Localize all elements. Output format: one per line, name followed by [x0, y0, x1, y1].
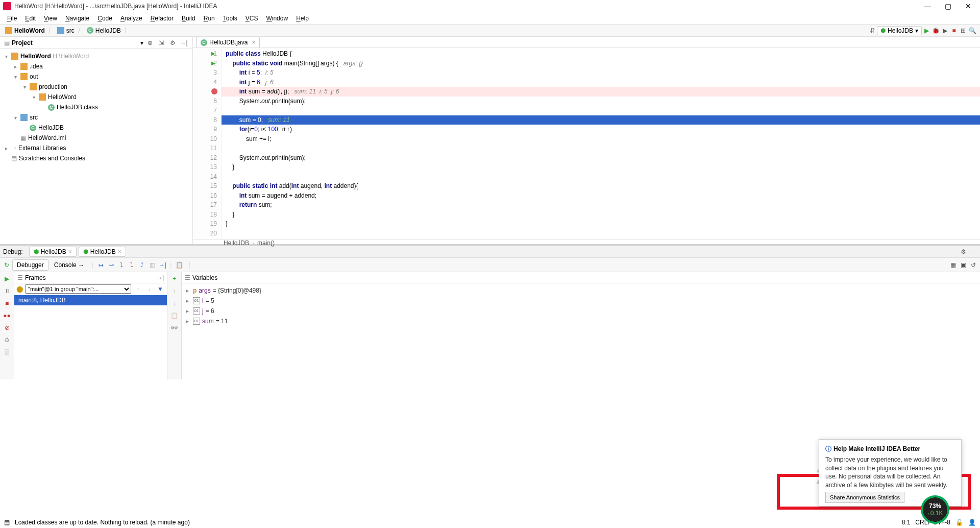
- mute-bp-button[interactable]: ⊘: [3, 323, 12, 332]
- gear-icon[interactable]: ⚙: [168, 38, 177, 47]
- view-bp-button[interactable]: ●●: [3, 311, 12, 320]
- tree-item[interactable]: ▦HelloWord.iml: [0, 133, 192, 143]
- rerun-button[interactable]: ↻: [2, 260, 11, 270]
- tree-item[interactable]: CHelloJDB: [0, 123, 192, 133]
- tree-item[interactable]: ▾HelloWord: [0, 92, 192, 102]
- tree-item[interactable]: ▸.idea: [0, 61, 192, 71]
- threads-icon[interactable]: ☰: [3, 348, 12, 357]
- tree-item[interactable]: ▾production: [0, 82, 192, 92]
- force-step-into-icon[interactable]: ⤵: [127, 260, 136, 270]
- tree-item[interactable]: ▾HelloWord H:\HelloWord: [0, 51, 192, 61]
- search-icon[interactable]: 🔍: [968, 26, 977, 35]
- status-bar: ▤ Loaded classes are up to date. Nothing…: [0, 516, 980, 528]
- variable-row[interactable]: ▸01 sum = 11: [186, 316, 976, 326]
- variable-row[interactable]: ▸p args = {String[0]@498}: [186, 285, 976, 296]
- coverage-button[interactable]: ▶: [940, 26, 949, 35]
- hide-icon[interactable]: —: [968, 247, 977, 256]
- breadcrumb-item[interactable]: HelloWord: [3, 27, 47, 34]
- watches-icon[interactable]: 👓: [170, 323, 179, 332]
- step-out-icon[interactable]: ⤴: [137, 260, 146, 270]
- next-frame-icon[interactable]: ↓: [144, 284, 154, 294]
- restore-frames-icon[interactable]: →|: [156, 274, 164, 281]
- filter-icon[interactable]: ▼: [156, 284, 165, 294]
- menu-build[interactable]: Build: [178, 13, 200, 23]
- frames-title: Frames: [25, 274, 46, 281]
- run-config-select[interactable]: ⬢ HelloJDB ▾: [877, 26, 922, 35]
- menu-run[interactable]: Run: [200, 13, 219, 23]
- menu-help[interactable]: Help: [292, 13, 313, 23]
- sync-icon[interactable]: ⇵: [868, 26, 877, 35]
- menu-vcs[interactable]: VCS: [241, 13, 262, 23]
- debug-session-tab[interactable]: ⬢HelloJDB×: [29, 247, 77, 257]
- add-watch-icon[interactable]: +: [170, 274, 179, 283]
- menu-refactor[interactable]: Refactor: [146, 13, 178, 23]
- locate-icon[interactable]: ⊕: [145, 38, 155, 47]
- caret-position[interactable]: 8:1: [902, 519, 911, 526]
- menu-analyze[interactable]: Analyze: [116, 13, 146, 23]
- tree-item[interactable]: ▸⊪External Libraries: [0, 143, 192, 153]
- layout-icon[interactable]: ▣: [959, 260, 968, 270]
- lock-icon[interactable]: 🔓: [955, 519, 963, 526]
- status-icon[interactable]: ▤: [4, 519, 10, 526]
- step-into-icon[interactable]: ⤵: [117, 260, 126, 270]
- evaluate-icon[interactable]: 📋: [175, 260, 184, 270]
- editor-breadcrumb: HelloJDB › main(): [193, 239, 980, 247]
- share-stats-button[interactable]: Share Anonymous Statistics: [825, 492, 904, 503]
- menu-edit[interactable]: Edit: [21, 13, 40, 23]
- menu-window[interactable]: Window: [262, 13, 292, 23]
- breadcrumb-item[interactable]: src: [55, 27, 77, 34]
- menu-tools[interactable]: Tools: [219, 13, 241, 23]
- nav-bar: HelloWord〉src〉CHelloJDB〉 ⇵ ⬢ HelloJDB ▾ …: [0, 25, 980, 37]
- drop-frame-icon[interactable]: ▥: [148, 260, 157, 270]
- stack-frame[interactable]: main:8, HelloJDB: [14, 295, 167, 305]
- minimize-button[interactable]: —: [921, 1, 934, 11]
- menu-view[interactable]: View: [40, 13, 61, 23]
- restore-icon[interactable]: ↺: [969, 260, 978, 270]
- hector-icon[interactable]: 👤: [968, 519, 976, 526]
- tree-item[interactable]: CHelloJDB.class: [0, 102, 192, 112]
- run-button[interactable]: ▶: [922, 26, 931, 35]
- gc-icon[interactable]: ♻: [3, 335, 12, 345]
- up-icon[interactable]: ↑: [170, 286, 179, 296]
- maximize-button[interactable]: ▢: [941, 1, 954, 11]
- tree-item[interactable]: ▾out: [0, 71, 192, 82]
- close-tab-icon[interactable]: ×: [252, 39, 255, 46]
- tree-item[interactable]: ▾src: [0, 112, 192, 123]
- prev-frame-icon[interactable]: ↑: [133, 284, 142, 294]
- copy-icon[interactable]: 📋: [170, 311, 179, 320]
- trace-icon[interactable]: ⋮: [185, 260, 194, 270]
- editor-tab[interactable]: C HelloJDB.java ×: [196, 37, 260, 47]
- collapse-icon[interactable]: ⇲: [157, 38, 166, 47]
- structure-icon[interactable]: ⊞: [959, 26, 968, 35]
- tree-item[interactable]: ▤Scratches and Consoles: [0, 153, 192, 163]
- console-tab[interactable]: Console →: [50, 259, 89, 271]
- stop-button[interactable]: ■: [949, 26, 959, 35]
- pause-button[interactable]: ⏸: [3, 286, 12, 296]
- gear-icon[interactable]: ⚙: [959, 247, 968, 256]
- stop-button[interactable]: ■: [3, 299, 12, 308]
- down-icon[interactable]: ↓: [170, 299, 179, 308]
- menu-navigate[interactable]: Navigate: [61, 13, 93, 23]
- vars-title: Variables: [192, 274, 217, 281]
- debug-button[interactable]: 🐞: [931, 26, 940, 35]
- title-bar: HelloWord [H:\HelloWord] - ...\src\Hello…: [0, 0, 980, 12]
- menu-file[interactable]: File: [3, 13, 21, 23]
- resume-button[interactable]: ▶: [3, 274, 12, 283]
- variable-row[interactable]: ▸01 i = 5: [186, 296, 976, 306]
- thread-select[interactable]: "main"@1 in group "main":...: [25, 284, 131, 294]
- step-over-icon[interactable]: ⤻: [107, 260, 116, 270]
- editor-area[interactable]: 1▶2▶34567891011121314151617181920 public…: [193, 48, 980, 239]
- project-pane-title[interactable]: Project: [12, 39, 138, 46]
- run-to-cursor-icon[interactable]: →|: [158, 260, 167, 270]
- memory-view-icon[interactable]: ▦: [948, 260, 958, 270]
- variable-row[interactable]: ▸01 j = 6: [186, 306, 976, 316]
- ed-crumb-method[interactable]: main(): [257, 239, 275, 247]
- show-exec-point-icon[interactable]: ↦: [96, 260, 106, 270]
- menu-code[interactable]: Code: [93, 13, 116, 23]
- hide-icon[interactable]: →|: [179, 38, 188, 47]
- debugger-tab[interactable]: Debugger: [12, 259, 48, 271]
- breadcrumb-item[interactable]: CHelloJDB: [85, 27, 123, 34]
- ed-crumb-class[interactable]: HelloJDB: [224, 239, 249, 247]
- debug-session-tab[interactable]: ⬢HelloJDB×: [79, 247, 126, 257]
- close-button[interactable]: ✕: [962, 1, 975, 11]
